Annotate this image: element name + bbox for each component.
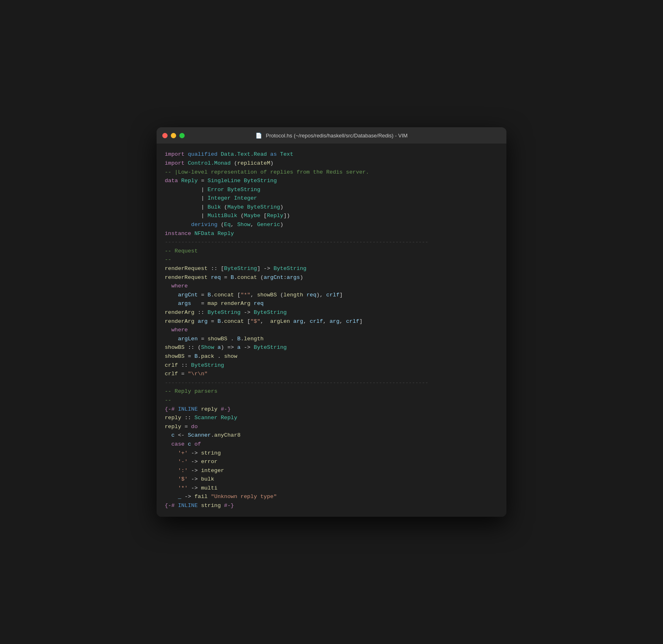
code-line: '+' -> string [165,449,498,458]
code-line: reply :: Scanner Reply [165,413,498,422]
code-line: -- [165,255,498,264]
code-line: ----------------------------------------… [165,238,498,247]
traffic-lights [162,133,185,138]
code-line: _ -> fail "Unknown reply type" [165,492,498,501]
code-line: {-# INLINE string #-} [165,501,498,510]
code-line: | Bulk (Maybe ByteString) [165,203,498,212]
minimize-button[interactable] [171,133,176,138]
code-line: '$' -> bulk [165,475,498,484]
code-line: import qualified Data.Text.Read as Text [165,150,498,159]
vim-window: 📄 Protocol.hs (~/repos/redis/haskell/src… [157,127,506,516]
code-line: argLen = showBS . B.length [165,335,498,344]
code-line: c <- Scanner.anyChar8 [165,431,498,440]
titlebar: 📄 Protocol.hs (~/repos/redis/haskell/src… [157,127,506,144]
code-line: deriving (Eq, Show, Generic) [165,220,498,229]
code-line: argCnt = B.concat ["*", showBS (length r… [165,291,498,300]
code-line: args = map renderArg req [165,299,498,308]
code-editor[interactable]: import qualified Data.Text.Read as Text … [157,144,506,516]
code-line: crlf = "\r\n" [165,370,498,379]
code-line: | MultiBulk (Maybe [Reply]) [165,211,498,220]
code-line: renderArg :: ByteString -> ByteString [165,308,498,317]
code-line: crlf :: ByteString [165,361,498,370]
code-line: showBS = B.pack . show [165,352,498,361]
code-line: renderRequest req = B.concat (argCnt:arg… [165,273,498,282]
code-line: renderRequest :: [ByteString] -> ByteStr… [165,264,498,273]
code-line: '-' -> error [165,457,498,466]
code-line: ':' -> integer [165,466,498,475]
file-icon: 📄 [255,133,262,139]
code-line: | Integer Integer [165,194,498,203]
close-button[interactable] [162,133,168,138]
code-line: -- [165,396,498,405]
code-line: | Error ByteString [165,185,498,194]
code-line: ----------------------------------------… [165,379,498,387]
maximize-button[interactable] [179,133,185,138]
code-line: instance NFData Reply [165,229,498,238]
code-line: -- Reply parsers [165,387,498,396]
code-line: data Reply = SingleLine ByteString [165,176,498,185]
code-line: '*' -> multi [165,484,498,493]
code-line: renderArg arg = B.concat ["$", argLen ar… [165,317,498,326]
code-line: where [165,326,498,335]
code-line: showBS :: (Show a) => a -> ByteString [165,343,498,352]
code-line: import Control.Monad (replicateM) [165,159,498,168]
code-line: reply = do [165,422,498,431]
code-line: case c of [165,440,498,449]
window-title: 📄 Protocol.hs (~/repos/redis/haskell/src… [255,133,408,139]
code-line: {-# INLINE reply #-} [165,405,498,414]
code-line: where [165,282,498,291]
code-line: -- |Low-level representation of replies … [165,168,498,177]
code-line: -- Request [165,247,498,256]
